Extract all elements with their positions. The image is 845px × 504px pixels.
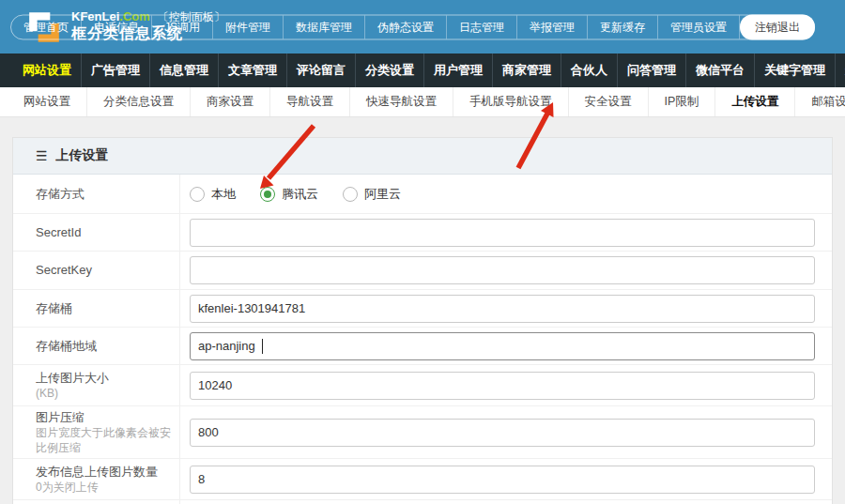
field-label: 发布信息上传图片数量 xyxy=(36,464,172,481)
topnav-item-举报管理[interactable]: 举报管理 xyxy=(517,15,588,38)
form-row-image-count: 发布信息上传图片数量 0为关闭上传 xyxy=(13,459,832,500)
topnav-item-电话信息[interactable]: 电话信息 xyxy=(82,15,152,38)
topnav-item-更新缓存[interactable]: 更新缓存 xyxy=(588,15,658,38)
topnav-item-管理员设置[interactable]: 管理员设置 xyxy=(658,15,740,38)
main-nav-item-短信接口[interactable]: 短信接口 xyxy=(835,53,845,87)
field-sublabel: 0为关闭上传 xyxy=(36,480,172,495)
form-row-secret-key: SecretKey xyxy=(13,252,832,290)
topnav-item-管理首页[interactable]: 管理首页 xyxy=(11,15,82,38)
form-row-upload-size: 上传图片大小 (KB) xyxy=(13,365,832,406)
radio-circle-selected-icon xyxy=(260,187,275,202)
main-nav-item-分类设置[interactable]: 分类设置 xyxy=(355,53,423,87)
sub-nav-item-导航设置[interactable]: 导航设置 xyxy=(270,87,350,116)
radio-circle-icon xyxy=(343,187,358,202)
bucket-input[interactable] xyxy=(190,295,815,323)
topnav-item-日志管理[interactable]: 日志管理 xyxy=(447,15,517,38)
topnav-item-数据库管理[interactable]: 数据库管理 xyxy=(284,15,365,38)
main-nav-item-信息管理[interactable]: 信息管理 xyxy=(149,53,218,87)
form-row-image-compression: 图片压缩 图片宽度大于此像素会被安比例压缩 xyxy=(13,406,832,459)
sub-nav-item-IP限制[interactable]: IP限制 xyxy=(649,87,716,116)
field-label: 存储桶地域 xyxy=(36,338,172,355)
list-icon: ☰ xyxy=(36,148,48,163)
sub-nav-item-上传设置[interactable]: 上传设置 xyxy=(715,87,795,116)
sub-nav-item-商家设置[interactable]: 商家设置 xyxy=(191,87,270,116)
form-row-bucket: 存储桶 xyxy=(13,290,832,328)
storage-type-options: 本地 腾讯云 阿里云 xyxy=(180,175,832,213)
topnav-item-伪静态设置[interactable]: 伪静态设置 xyxy=(365,15,447,38)
main-nav-item-评论留言[interactable]: 评论留言 xyxy=(286,53,355,87)
main-nav-item-用户管理[interactable]: 用户管理 xyxy=(423,53,492,87)
main-nav-item-广告管理[interactable]: 广告管理 xyxy=(81,53,149,87)
upload-settings-panel: ☰ 上传设置 存储方式 本地 腾讯云 阿里云 xyxy=(12,137,833,504)
sub-nav: 网站设置分类信息设置商家设置导航设置快速导航设置手机版导航设置安全设置IP限制上… xyxy=(0,87,845,117)
image-count-input[interactable] xyxy=(190,466,815,494)
radio-local[interactable]: 本地 xyxy=(190,186,236,203)
sub-nav-item-分类信息设置[interactable]: 分类信息设置 xyxy=(87,87,191,116)
sub-nav-item-邮箱设置[interactable]: 邮箱设置 xyxy=(795,87,845,116)
text-cursor xyxy=(262,339,263,354)
field-sublabel: (KB) xyxy=(36,386,172,401)
form-row-secret-id: SecretId xyxy=(13,214,832,252)
content-area: ☰ 上传设置 存储方式 本地 腾讯云 阿里云 xyxy=(0,117,845,504)
sub-nav-item-快速导航设置[interactable]: 快速导航设置 xyxy=(350,87,453,116)
main-nav-item-问答管理[interactable]: 问答管理 xyxy=(617,53,685,87)
sub-nav-item-网站设置[interactable]: 网站设置 xyxy=(8,87,87,116)
main-nav-item-微信平台[interactable]: 微信平台 xyxy=(685,53,754,87)
field-label: 上传图片大小 xyxy=(36,370,172,387)
radio-label: 腾讯云 xyxy=(282,186,318,203)
sub-nav-item-手机版导航设置[interactable]: 手机版导航设置 xyxy=(453,87,569,116)
field-label: 存储桶 xyxy=(36,300,172,317)
main-nav-item-合伙人[interactable]: 合伙人 xyxy=(561,53,617,87)
panel-title: 上传设置 xyxy=(56,147,109,164)
radio-circle-icon xyxy=(190,187,205,202)
main-nav-item-文章管理[interactable]: 文章管理 xyxy=(218,53,286,87)
image-compression-input[interactable] xyxy=(190,419,815,447)
field-sublabel: 图片宽度大于此像素会被安比例压缩 xyxy=(36,425,172,455)
field-label: SecretKey xyxy=(36,262,172,279)
main-nav-item-关键字管理[interactable]: 关键字管理 xyxy=(754,53,835,87)
secret-id-input[interactable] xyxy=(190,219,815,247)
topnav-item-附件管理[interactable]: 附件管理 xyxy=(213,15,284,38)
main-nav: 网站设置广告管理信息管理文章管理评论留言分类设置用户管理商家管理合伙人问答管理微… xyxy=(0,53,845,87)
app-header: KFenLei.Com〔控制面板〕 框分类信息系统 管理首页电话信息JS调用附件… xyxy=(0,0,845,53)
header-quick-nav: 管理首页电话信息JS调用附件管理数据库管理伪静态设置日志管理举报管理更新缓存管理… xyxy=(10,14,815,39)
form-row-storage-type: 存储方式 本地 腾讯云 阿里云 xyxy=(13,175,832,214)
radio-label: 阿里云 xyxy=(364,186,401,203)
radio-ali-cloud[interactable]: 阿里云 xyxy=(343,186,401,203)
form-row-partial xyxy=(13,500,832,504)
radio-label: 本地 xyxy=(211,186,236,203)
secret-key-input[interactable] xyxy=(190,256,815,284)
field-label: 图片压缩 xyxy=(36,409,172,426)
logout-button[interactable]: 注销退出 xyxy=(740,14,815,39)
radio-tencent-cloud[interactable]: 腾讯云 xyxy=(260,186,318,203)
upload-size-input[interactable] xyxy=(190,372,815,400)
field-label: SecretId xyxy=(36,224,172,241)
main-nav-item-网站设置[interactable]: 网站设置 xyxy=(13,53,81,87)
bucket-region-input[interactable] xyxy=(190,332,815,360)
form-row-bucket-region: 存储桶地域 xyxy=(13,328,832,365)
topnav-item-JS调用[interactable]: JS调用 xyxy=(152,15,213,38)
panel-header: ☰ 上传设置 xyxy=(13,138,832,175)
field-label: 存储方式 xyxy=(36,186,172,203)
main-nav-item-商家管理[interactable]: 商家管理 xyxy=(492,53,561,87)
sub-nav-item-安全设置[interactable]: 安全设置 xyxy=(569,87,649,116)
